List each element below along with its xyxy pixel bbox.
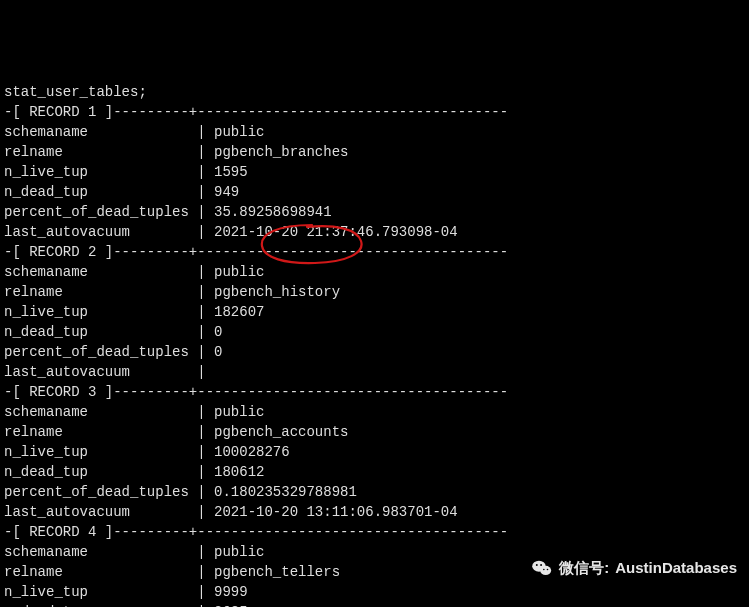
terminal-line: relname | pgbench_accounts [4,422,745,442]
terminal-line: n_dead_tup | 0 [4,322,745,342]
terminal-line: relname | pgbench_branches [4,142,745,162]
terminal-line: last_autovacuum | [4,362,745,382]
terminal-line: schemaname | public [4,402,745,422]
terminal-line: -[ RECORD 1 ]---------+-----------------… [4,102,745,122]
terminal-line: n_dead_tup | 2685 [4,602,745,607]
watermark-label: 微信号: [559,558,609,578]
svg-point-5 [547,569,549,571]
svg-point-1 [540,566,551,575]
terminal-line: n_dead_tup | 180612 [4,462,745,482]
terminal-line: relname | pgbench_history [4,282,745,302]
terminal-line: last_autovacuum | 2021-10-20 21:37:46.79… [4,222,745,242]
terminal-output[interactable]: stat_user_tables;-[ RECORD 1 ]---------+… [4,82,745,607]
svg-point-4 [543,569,545,571]
watermark: 微信号: AustinDatabases [531,557,737,579]
terminal-line: last_autovacuum | 2021-10-20 13:11:06.98… [4,502,745,522]
terminal-line: n_live_tup | 1595 [4,162,745,182]
terminal-line: -[ RECORD 4 ]---------+-----------------… [4,522,745,542]
terminal-line: n_dead_tup | 949 [4,182,745,202]
terminal-line: schemaname | public [4,122,745,142]
wechat-icon [531,557,553,579]
svg-point-2 [536,564,538,566]
terminal-line: schemaname | public [4,262,745,282]
terminal-line: n_live_tup | 9999 [4,582,745,602]
terminal-line: percent_of_dead_tuples | 0 [4,342,745,362]
terminal-line: n_live_tup | 100028276 [4,442,745,462]
terminal-line: stat_user_tables; [4,82,745,102]
terminal-line: n_live_tup | 182607 [4,302,745,322]
svg-point-3 [540,564,542,566]
terminal-line: percent_of_dead_tuples | 35.89258698941 [4,202,745,222]
terminal-line: -[ RECORD 3 ]---------+-----------------… [4,382,745,402]
watermark-value: AustinDatabases [615,558,737,578]
terminal-line: -[ RECORD 2 ]---------+-----------------… [4,242,745,262]
terminal-line: percent_of_dead_tuples | 0.1802353297889… [4,482,745,502]
